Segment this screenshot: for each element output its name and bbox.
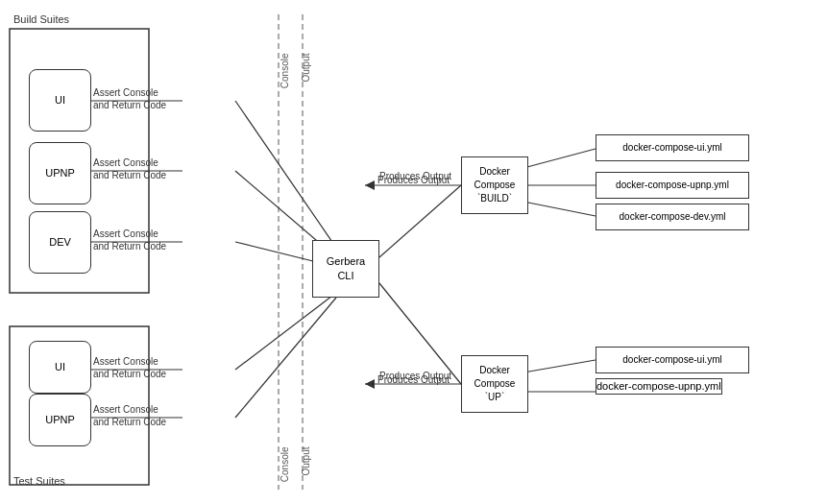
assert-label-upnp-test: Assert Consoleand Return Code xyxy=(93,403,166,428)
upnp-build-box: UPNP xyxy=(29,142,91,204)
output-label-bottom: Output xyxy=(301,447,311,476)
upnp-test-box: UPNP xyxy=(29,394,91,446)
test-suites-label: Test Suites xyxy=(13,475,65,487)
docker-build-box: Docker Compose `BUILD` xyxy=(461,156,528,214)
console-label-top: Console xyxy=(280,54,290,89)
gerbera-cli-box: Gerbera CLI xyxy=(312,240,379,298)
svg-line-13 xyxy=(523,149,596,168)
build-suites-label: Build Suites xyxy=(13,13,69,25)
build-file-1: docker-compose-ui.yml xyxy=(596,134,749,161)
dev-build-box: DEV xyxy=(29,211,91,274)
produces-output-label-build: Produces Output xyxy=(377,175,450,185)
build-file-2: docker-compose-upnp.yml xyxy=(596,172,749,199)
svg-line-23 xyxy=(235,293,336,370)
docker-up-box: Docker Compose `UP` xyxy=(461,355,528,413)
console-label-bottom: Console xyxy=(280,447,290,483)
ui-test-box: UI xyxy=(29,341,91,394)
ui-build-box: UI xyxy=(29,69,91,132)
produces-output-label-up: Produces Output xyxy=(377,374,450,385)
svg-line-10 xyxy=(379,185,461,257)
svg-marker-18 xyxy=(365,379,375,389)
assert-label-ui-test: Assert Consoleand Return Code xyxy=(93,355,166,380)
svg-line-19 xyxy=(523,360,596,372)
svg-line-7 xyxy=(235,101,336,248)
up-file-1: docker-compose-ui.yml xyxy=(596,347,749,373)
svg-marker-12 xyxy=(365,180,375,190)
svg-line-15 xyxy=(523,202,596,216)
assert-label-ui-build: Assert Consoleand Return Code xyxy=(93,86,166,111)
output-label-top: Output xyxy=(301,54,311,83)
svg-line-24 xyxy=(235,298,336,418)
assert-label-upnp-build: Assert Consoleand Return Code xyxy=(93,156,166,181)
svg-line-16 xyxy=(379,283,461,384)
up-file-2: docker-compose-upnp.yml xyxy=(596,378,722,395)
diagram: Build Suites Test Suites UI UPNP DEV UI … xyxy=(0,0,827,504)
build-file-3: docker-compose-dev.yml xyxy=(596,204,749,230)
assert-label-dev-build: Assert Consoleand Return Code xyxy=(93,228,166,252)
